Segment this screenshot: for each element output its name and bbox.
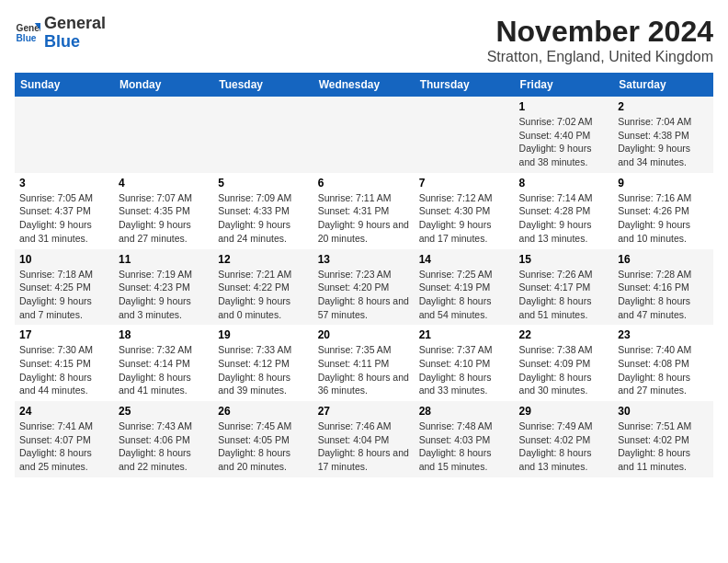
day-info: Sunrise: 7:09 AM Sunset: 4:33 PM Dayligh…	[218, 191, 308, 246]
day-cell: 28Sunrise: 7:48 AM Sunset: 4:03 PM Dayli…	[415, 401, 515, 477]
day-info: Sunrise: 7:37 AM Sunset: 4:10 PM Dayligh…	[419, 343, 510, 397]
page-header: General Blue General Blue November 2024 …	[15, 15, 713, 65]
day-info: Sunrise: 7:46 AM Sunset: 4:04 PM Dayligh…	[318, 419, 410, 474]
day-number: 18	[119, 328, 209, 341]
day-cell: 16Sunrise: 7:28 AM Sunset: 4:16 PM Dayli…	[613, 249, 713, 326]
day-cell: 8Sunrise: 7:14 AM Sunset: 4:28 PM Daylig…	[515, 173, 614, 249]
day-info: Sunrise: 7:04 AM Sunset: 4:38 PM Dayligh…	[618, 115, 709, 169]
day-info: Sunrise: 7:12 AM Sunset: 4:30 PM Dayligh…	[419, 191, 510, 246]
day-info: Sunrise: 7:32 AM Sunset: 4:14 PM Dayligh…	[119, 343, 209, 397]
header-thursday: Thursday	[415, 73, 515, 97]
day-cell: 25Sunrise: 7:43 AM Sunset: 4:06 PM Dayli…	[114, 401, 213, 477]
day-info: Sunrise: 7:40 AM Sunset: 4:08 PM Dayligh…	[618, 343, 709, 397]
day-number: 27	[318, 405, 410, 418]
day-cell: 23Sunrise: 7:40 AM Sunset: 4:08 PM Dayli…	[613, 325, 713, 401]
day-cell	[415, 97, 515, 173]
day-cell: 27Sunrise: 7:46 AM Sunset: 4:04 PM Dayli…	[313, 401, 415, 477]
day-number: 15	[519, 253, 609, 266]
day-number: 8	[519, 177, 609, 190]
day-cell: 12Sunrise: 7:21 AM Sunset: 4:22 PM Dayli…	[213, 249, 313, 326]
day-info: Sunrise: 7:49 AM Sunset: 4:02 PM Dayligh…	[519, 419, 609, 474]
day-info: Sunrise: 7:23 AM Sunset: 4:20 PM Dayligh…	[318, 268, 410, 322]
day-number: 19	[218, 328, 308, 341]
day-cell: 30Sunrise: 7:51 AM Sunset: 4:02 PM Dayli…	[613, 401, 713, 477]
day-number: 22	[519, 328, 609, 341]
day-number: 2	[618, 100, 709, 113]
day-cell	[114, 97, 213, 173]
day-cell: 24Sunrise: 7:41 AM Sunset: 4:07 PM Dayli…	[15, 401, 114, 477]
day-number: 26	[218, 405, 308, 418]
day-number: 29	[519, 405, 609, 418]
day-cell: 19Sunrise: 7:33 AM Sunset: 4:12 PM Dayli…	[213, 325, 313, 401]
day-number: 3	[19, 177, 109, 190]
location: Stratton, England, United Kingdom	[487, 49, 713, 65]
day-info: Sunrise: 7:21 AM Sunset: 4:22 PM Dayligh…	[218, 268, 308, 322]
day-number: 1	[519, 100, 609, 113]
day-cell: 13Sunrise: 7:23 AM Sunset: 4:20 PM Dayli…	[313, 249, 415, 326]
week-row-4: 17Sunrise: 7:30 AM Sunset: 4:15 PM Dayli…	[15, 325, 713, 401]
day-info: Sunrise: 7:14 AM Sunset: 4:28 PM Dayligh…	[519, 191, 609, 246]
day-number: 10	[19, 253, 109, 266]
header-saturday: Saturday	[613, 73, 713, 97]
logo-general-text: General	[44, 14, 106, 32]
week-row-1: 1Sunrise: 7:02 AM Sunset: 4:40 PM Daylig…	[15, 97, 713, 173]
day-cell: 29Sunrise: 7:49 AM Sunset: 4:02 PM Dayli…	[515, 401, 614, 477]
day-info: Sunrise: 7:18 AM Sunset: 4:25 PM Dayligh…	[19, 268, 109, 322]
day-cell	[15, 97, 114, 173]
day-cell: 15Sunrise: 7:26 AM Sunset: 4:17 PM Dayli…	[515, 249, 614, 326]
day-cell: 6Sunrise: 7:11 AM Sunset: 4:31 PM Daylig…	[313, 173, 415, 249]
week-row-3: 10Sunrise: 7:18 AM Sunset: 4:25 PM Dayli…	[15, 249, 713, 326]
calendar-header: SundayMondayTuesdayWednesdayThursdayFrid…	[15, 73, 713, 97]
day-number: 12	[218, 253, 308, 266]
day-number: 14	[419, 253, 510, 266]
logo-icon: General Blue	[15, 20, 40, 46]
day-number: 24	[19, 405, 109, 418]
header-wednesday: Wednesday	[313, 73, 415, 97]
day-cell: 21Sunrise: 7:37 AM Sunset: 4:10 PM Dayli…	[415, 325, 515, 401]
day-number: 16	[618, 253, 709, 266]
day-number: 5	[218, 177, 308, 190]
logo: General Blue General Blue	[15, 15, 106, 52]
day-cell: 20Sunrise: 7:35 AM Sunset: 4:11 PM Dayli…	[313, 325, 415, 401]
day-number: 17	[19, 328, 109, 341]
header-monday: Monday	[114, 73, 213, 97]
day-info: Sunrise: 7:51 AM Sunset: 4:02 PM Dayligh…	[618, 419, 709, 474]
calendar-table: SundayMondayTuesdayWednesdayThursdayFrid…	[15, 73, 713, 477]
day-number: 21	[419, 328, 510, 341]
day-number: 23	[618, 328, 709, 341]
day-number: 25	[119, 405, 209, 418]
day-info: Sunrise: 7:45 AM Sunset: 4:05 PM Dayligh…	[218, 419, 308, 474]
day-number: 13	[318, 253, 410, 266]
header-friday: Friday	[515, 73, 614, 97]
day-info: Sunrise: 7:35 AM Sunset: 4:11 PM Dayligh…	[318, 343, 410, 397]
day-cell: 4Sunrise: 7:07 AM Sunset: 4:35 PM Daylig…	[114, 173, 213, 249]
day-info: Sunrise: 7:02 AM Sunset: 4:40 PM Dayligh…	[519, 115, 609, 169]
day-cell: 3Sunrise: 7:05 AM Sunset: 4:37 PM Daylig…	[15, 173, 114, 249]
day-number: 4	[119, 177, 209, 190]
day-cell: 14Sunrise: 7:25 AM Sunset: 4:19 PM Dayli…	[415, 249, 515, 326]
day-number: 9	[618, 177, 709, 190]
week-row-5: 24Sunrise: 7:41 AM Sunset: 4:07 PM Dayli…	[15, 401, 713, 477]
day-info: Sunrise: 7:48 AM Sunset: 4:03 PM Dayligh…	[419, 419, 510, 474]
day-cell	[213, 97, 313, 173]
day-info: Sunrise: 7:26 AM Sunset: 4:17 PM Dayligh…	[519, 268, 609, 322]
day-info: Sunrise: 7:41 AM Sunset: 4:07 PM Dayligh…	[19, 419, 109, 474]
logo-blue-text: Blue	[44, 32, 80, 51]
day-cell: 11Sunrise: 7:19 AM Sunset: 4:23 PM Dayli…	[114, 249, 213, 326]
day-number: 20	[318, 328, 410, 341]
day-cell: 1Sunrise: 7:02 AM Sunset: 4:40 PM Daylig…	[515, 97, 614, 173]
day-cell: 26Sunrise: 7:45 AM Sunset: 4:05 PM Dayli…	[213, 401, 313, 477]
day-info: Sunrise: 7:33 AM Sunset: 4:12 PM Dayligh…	[218, 343, 308, 397]
day-cell: 7Sunrise: 7:12 AM Sunset: 4:30 PM Daylig…	[415, 173, 515, 249]
day-number: 30	[618, 405, 709, 418]
month-title: November 2024	[487, 15, 713, 49]
header-tuesday: Tuesday	[213, 73, 313, 97]
day-info: Sunrise: 7:11 AM Sunset: 4:31 PM Dayligh…	[318, 191, 410, 246]
day-info: Sunrise: 7:05 AM Sunset: 4:37 PM Dayligh…	[19, 191, 109, 246]
day-cell: 18Sunrise: 7:32 AM Sunset: 4:14 PM Dayli…	[114, 325, 213, 401]
day-cell: 2Sunrise: 7:04 AM Sunset: 4:38 PM Daylig…	[613, 97, 713, 173]
day-info: Sunrise: 7:16 AM Sunset: 4:26 PM Dayligh…	[618, 191, 709, 246]
day-info: Sunrise: 7:43 AM Sunset: 4:06 PM Dayligh…	[119, 419, 209, 474]
day-info: Sunrise: 7:28 AM Sunset: 4:16 PM Dayligh…	[618, 268, 709, 322]
day-cell	[313, 97, 415, 173]
